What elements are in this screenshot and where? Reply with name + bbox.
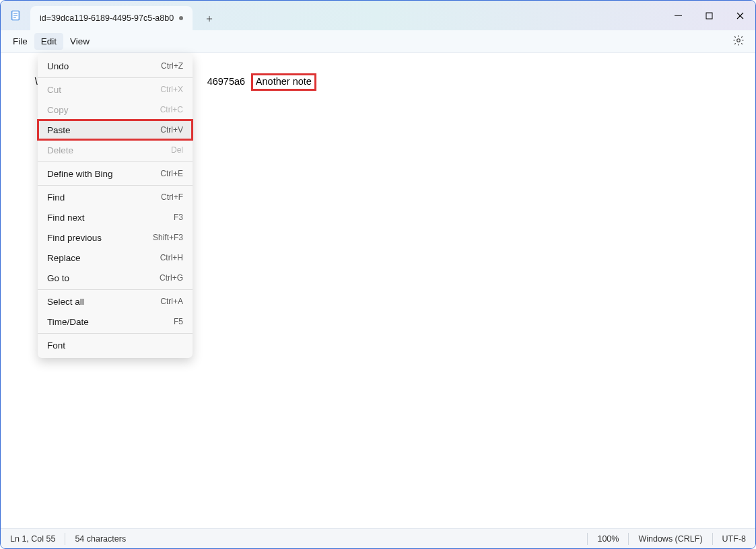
new-tab-button[interactable] [198,7,221,30]
svg-point-10 [737,38,741,42]
minimize-icon [675,12,682,20]
menu-item-label: Cut [47,85,61,95]
tab-strip: id=39dca119-6189-4495-97c5-a8b0 [30,1,221,30]
tab-title: id=39dca119-6189-4495-97c5-a8b0 [40,13,174,23]
menu-separator [38,289,193,290]
notepad-window: id=39dca119-6189-4495-97c5-a8b0 [0,0,756,549]
status-encoding[interactable]: UTF-8 [713,529,755,548]
titlebar: id=39dca119-6189-4495-97c5-a8b0 [1,1,755,30]
highlighted-text: Another note [251,73,316,91]
menu-item-find[interactable]: FindCtrl+F [38,187,193,207]
menu-item-shortcut: Ctrl+Z [161,61,183,71]
menu-separator [38,333,193,334]
menu-item-label: Find [47,192,65,203]
status-line-ending[interactable]: Windows (CRLF) [629,529,712,548]
close-icon [736,12,744,20]
maximize-button[interactable] [693,1,724,30]
menu-item-label: Find next [47,213,85,223]
menu-item-label: Delete [47,145,73,155]
menu-item-time-date[interactable]: Time/DateF5 [38,312,193,332]
menu-item-label: Font [47,340,65,351]
menu-item-shortcut: Del [171,145,183,155]
menu-file[interactable]: File [6,33,34,50]
menu-item-undo[interactable]: UndoCtrl+Z [38,56,193,76]
menu-item-shortcut: Ctrl+H [160,253,183,262]
maximize-icon [706,12,713,20]
notepad-icon [9,9,22,22]
status-zoom[interactable]: 100% [588,529,628,548]
menu-item-label: Time/Date [47,317,89,327]
status-chars: 54 characters [65,529,135,548]
menu-item-font[interactable]: Font [38,335,193,355]
menu-item-cut: CutCtrl+X [38,79,193,100]
menu-item-find-previous[interactable]: Find previousShift+F3 [38,227,193,248]
menu-item-delete: DeleteDel [38,140,193,160]
menu-item-shortcut: Ctrl+X [160,85,183,94]
menu-item-shortcut: Ctrl+A [160,297,183,306]
settings-button[interactable] [727,31,750,52]
menu-item-shortcut: Ctrl+V [160,125,183,135]
menu-item-go-to[interactable]: Go toCtrl+G [38,268,193,288]
app-icon [1,1,30,30]
menu-edit[interactable]: Edit [34,33,63,50]
modified-indicator-icon [179,16,183,20]
menu-item-label: Define with Bing [47,169,113,179]
menu-item-label: Go to [47,273,69,283]
menu-item-label: Undo [47,61,69,71]
minimize-button[interactable] [662,1,693,30]
menu-item-label: Replace [47,253,81,263]
menu-item-copy: CopyCtrl+C [38,100,193,120]
menu-item-define-with-bing[interactable]: Define with BingCtrl+E [38,163,193,184]
menu-item-shortcut: Ctrl+F [161,192,183,202]
menu-item-label: Paste [47,125,71,135]
close-button[interactable] [724,1,755,30]
menu-view[interactable]: View [63,33,96,50]
edit-menu-dropdown: UndoCtrl+ZCutCtrl+XCopyCtrl+CPasteCtrl+V… [38,53,193,358]
menu-item-shortcut: F3 [174,213,183,222]
menu-item-select-all[interactable]: Select allCtrl+A [38,291,193,312]
menu-item-label: Find previous [47,233,102,243]
gear-icon [732,34,745,46]
plus-icon [205,14,214,24]
menu-item-label: Copy [47,105,69,115]
menu-separator [38,77,193,78]
menu-item-shortcut: F5 [174,317,183,326]
tab-document[interactable]: id=39dca119-6189-4495-97c5-a8b0 [30,6,193,30]
menu-item-label: Select all [47,297,84,307]
menu-item-find-next[interactable]: Find nextF3 [38,207,193,227]
menu-item-shortcut: Ctrl+C [160,105,183,114]
editor-text-mid: 46975a6 [207,76,245,87]
svg-rect-7 [706,13,712,19]
status-position: Ln 1, Col 55 [1,529,65,548]
window-controls [662,1,755,30]
menu-item-shortcut: Ctrl+E [160,169,183,178]
statusbar: Ln 1, Col 55 54 characters 100% Windows … [1,528,755,548]
menu-item-paste[interactable]: PasteCtrl+V [38,120,193,140]
menu-item-shortcut: Ctrl+G [160,273,183,283]
menu-item-shortcut: Shift+F3 [153,233,183,242]
menu-separator [38,161,193,162]
menu-separator [38,185,193,186]
menu-item-replace[interactable]: ReplaceCtrl+H [38,248,193,268]
menubar: File Edit View [1,30,755,53]
